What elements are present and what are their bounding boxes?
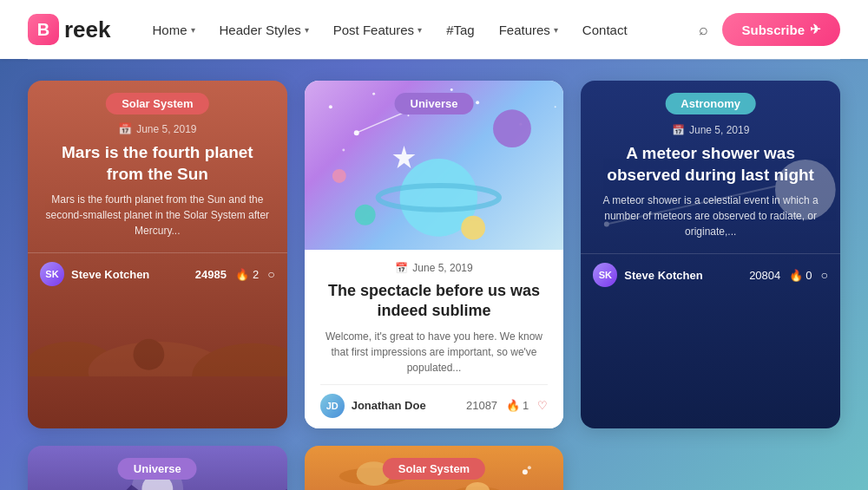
- like-stat-1: 🔥 2: [235, 268, 259, 281]
- navbar: B reek Home ▾ Header Styles ▾ Post Featu…: [0, 0, 868, 59]
- mars-landscape-illustration: [28, 307, 287, 376]
- svg-point-4: [329, 105, 332, 108]
- svg-point-10: [554, 106, 556, 108]
- card-date-1: June 5, 2019: [136, 123, 196, 135]
- nav-features[interactable]: Features ▾: [499, 23, 558, 37]
- card-universe-content: 📅 June 5, 2019 The spectacle before us w…: [305, 250, 564, 428]
- svg-point-8: [407, 114, 409, 116]
- card-astronomy[interactable]: Astronomy 📅 June 5, 2019 A meteor shower…: [581, 81, 840, 428]
- paper-plane-icon: ✈: [810, 22, 821, 37]
- svg-point-13: [353, 130, 358, 135]
- logo-link[interactable]: B reek: [28, 14, 111, 45]
- view-count-1: 24985: [195, 268, 227, 281]
- heart-icon-2: ♡: [537, 399, 548, 412]
- author-row-2: JD Jonathan Doe: [320, 394, 426, 418]
- card-title-2: The spectacle before us was indeed subli…: [320, 281, 549, 322]
- author-name-2: Jonathan Doe: [352, 399, 426, 412]
- card-title-3: A meteor shower was observed during last…: [596, 143, 825, 186]
- cards-grid: Solar System 📅 June 5, 2019 Mars is the …: [0, 60, 868, 490]
- svg-point-9: [450, 88, 452, 91]
- card-tag-solar-1: Solar System: [106, 93, 208, 114]
- nav-tag[interactable]: #Tag: [446, 23, 475, 37]
- flame-icon-2: 🔥: [506, 399, 520, 412]
- svg-point-16: [493, 109, 531, 147]
- svg-point-5: [372, 93, 375, 95]
- calendar-icon: 📅: [118, 122, 132, 135]
- card-mars[interactable]: Solar System 📅 June 5, 2019 Mars is the …: [28, 81, 287, 428]
- card-title-1: Mars is the fourth planet from the Sun: [43, 142, 272, 185]
- chevron-down-icon: ▾: [191, 25, 195, 35]
- card-tag-universe-2: Universe: [395, 93, 474, 114]
- card-tag-universe-4: Universe: [118, 458, 197, 480]
- nav-post-features[interactable]: Post Features ▾: [333, 23, 422, 37]
- card-date-2: 📅 June 5, 2019: [320, 262, 549, 274]
- avatar-1: SK: [40, 262, 64, 286]
- card-footer-1: SK Steve Kotchen 24985 🔥 2 ○: [28, 252, 287, 295]
- card-footer-2: JD Jonathan Doe 21087 🔥 1 ♡: [320, 384, 549, 418]
- card-excerpt-2: Welcome, it's great to have you here. We…: [320, 329, 549, 376]
- svg-point-2: [192, 343, 287, 376]
- avatar-2: JD: [320, 394, 345, 418]
- svg-point-19: [332, 169, 346, 183]
- card-excerpt-1: Mars is the fourth planet from the Sun a…: [43, 192, 272, 238]
- logo-text: reek: [64, 16, 111, 43]
- svg-point-3: [133, 339, 164, 370]
- stats-row-1: 24985 🔥 2 ○: [195, 267, 275, 281]
- flame-icon: 🔥: [235, 268, 249, 281]
- nav-header-styles[interactable]: Header Styles ▾: [220, 23, 309, 37]
- svg-point-35: [528, 466, 531, 469]
- card-universe[interactable]: Universe: [305, 81, 564, 428]
- card-excerpt-3: A meteor shower is a celestial event in …: [596, 193, 825, 239]
- chevron-down-icon: ▾: [554, 25, 558, 35]
- card-tag-astronomy: Astronomy: [665, 93, 756, 114]
- author-row-1: SK Steve Kotchen: [40, 262, 149, 286]
- comment-icon: ○: [267, 267, 274, 281]
- svg-point-34: [523, 469, 528, 474]
- author-name-1: Steve Kotchen: [71, 268, 149, 281]
- svg-marker-20: [392, 146, 415, 168]
- chevron-down-icon: ▾: [305, 25, 309, 35]
- nav-contact[interactable]: Contact: [582, 23, 628, 37]
- svg-point-17: [461, 216, 485, 240]
- svg-point-18: [354, 205, 375, 225]
- comment-stat-1: ○: [267, 267, 274, 281]
- calendar-icon-3: 📅: [672, 124, 685, 136]
- svg-point-6: [476, 101, 479, 104]
- chevron-down-icon: ▾: [418, 25, 422, 35]
- svg-point-31: [465, 482, 490, 490]
- search-icon[interactable]: ⌕: [699, 21, 708, 39]
- card-universe-bottom[interactable]: Universe: [28, 446, 287, 490]
- card-solar-bottom[interactable]: Solar System: [305, 446, 564, 490]
- svg-point-11: [342, 149, 345, 152]
- card-tag-solar-5: Solar System: [383, 458, 485, 480]
- calendar-icon-2: 📅: [395, 262, 408, 274]
- nav-right: ⌕ Subscribe ✈: [699, 13, 840, 46]
- logo-icon: B: [28, 14, 59, 45]
- stats-row-2: 21087 🔥 1 ♡: [466, 399, 548, 412]
- view-count-2: 21087: [466, 399, 497, 412]
- subscribe-button[interactable]: Subscribe ✈: [722, 13, 840, 46]
- card-date-3: 📅 June 5, 2019: [596, 124, 825, 136]
- nav-home[interactable]: Home ▾: [153, 23, 195, 37]
- nav-links: Home ▾ Header Styles ▾ Post Features ▾ #…: [153, 23, 700, 37]
- like-stat-2: 🔥 1: [506, 399, 529, 412]
